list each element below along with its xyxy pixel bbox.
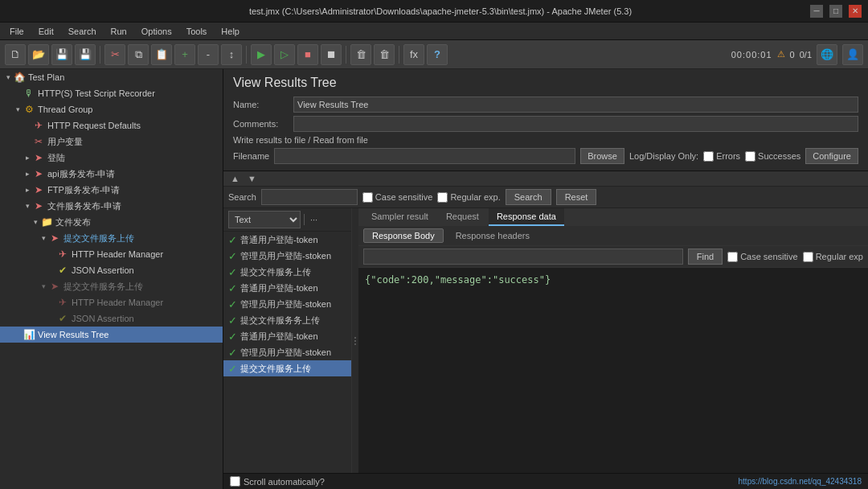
tree-item-file-service[interactable]: ▾ ➤ 文件服务发布-申请 [0,198,223,214]
result-entry-5[interactable]: ✓ 提交文件服务务上传 [223,312,351,328]
menu-search[interactable]: Search [62,25,103,38]
arrow-file-service: ▾ [23,200,32,212]
open-button[interactable]: 📂 [28,44,49,65]
icon-http-header2: ✈ [56,296,69,309]
tab-sampler-result[interactable]: Sampler result [363,208,436,226]
extra-button[interactable]: 👤 [842,44,863,65]
stop-button[interactable]: ■ [297,44,318,65]
search-button[interactable]: Search [506,189,551,205]
tree-item-json-assert2[interactable]: ✔ JSON Assertion [0,310,223,327]
type-more-btn[interactable]: ··· [308,214,320,225]
menu-run[interactable]: Run [104,25,133,38]
tree-item-http-defaults[interactable]: ✈ HTTP Request Defaults [0,117,223,134]
find-input[interactable] [363,249,683,265]
paste-button[interactable]: 📋 [151,44,172,65]
menu-options[interactable]: Options [135,25,178,38]
expand-button[interactable]: + [174,44,195,65]
case-sensitive2-checkbox[interactable] [727,252,738,262]
result-entry-0[interactable]: ✓ 普通用户登陆-token [223,232,351,248]
result-entry-1[interactable]: ✓ 管理员用户登陆-stoken [223,248,351,264]
search-input[interactable] [261,189,358,205]
clear-button[interactable]: 🗑 [350,44,371,65]
sub-tab-response-body[interactable]: Response Body [363,228,444,243]
vertical-resizer[interactable] [352,208,358,473]
tab-request[interactable]: Request [438,208,487,226]
menu-tools[interactable]: Tools [180,25,214,38]
tree-item-http-header1[interactable]: ✈ HTTP Header Manager [0,246,223,262]
warning-count: 0 [790,50,795,60]
copy-button[interactable]: ⧉ [128,44,149,65]
tree-item-http-header2[interactable]: ✈ HTTP Header Manager [0,294,223,310]
content-panel: View Results Tree Name: Comments: Write … [223,69,868,489]
tree-item-upload1[interactable]: ▾ ➤ 提交文件服务上传 [0,230,223,246]
tree-item-login[interactable]: ▸ ➤ 登陆 [0,150,223,166]
comments-input[interactable] [293,116,858,132]
menu-edit[interactable]: Edit [32,25,60,38]
filename-input[interactable] [274,148,575,164]
errors-checkbox[interactable] [703,151,714,162]
maximize-button[interactable]: □ [829,5,842,18]
configure-button[interactable]: Configure [805,148,858,164]
tree-item-test-plan[interactable]: ▾ 🏠 Test Plan [0,69,223,85]
scroll-auto-checkbox[interactable] [230,476,240,487]
browse-button[interactable]: Browse [580,148,624,164]
menu-help[interactable]: Help [215,25,246,38]
reset-button[interactable]: Reset [556,189,597,205]
arrow-thread-group: ▾ [13,104,23,115]
start-button[interactable]: ▶ [251,44,272,65]
save-all-button[interactable]: 💾 [75,44,96,65]
result-entry-8[interactable]: ✓ 提交文件服务上传 [223,360,351,376]
collapse-button[interactable]: - [198,44,219,65]
cut-button[interactable]: ✂ [104,44,125,65]
menu-file[interactable]: File [3,25,31,38]
tree-item-api-publish[interactable]: ▸ ➤ api服务发布-申请 [0,166,223,182]
remote-button[interactable]: 🌐 [817,44,837,65]
tree-item-json-assert1[interactable]: ✔ JSON Assertion [0,262,223,278]
help-button[interactable]: ? [427,44,448,65]
icon-thread-group: ⚙ [23,103,35,116]
label-ftp-publish: FTP服务发布-申请 [47,184,120,196]
save-button[interactable]: 💾 [51,44,72,65]
result-text-4: 管理员用户登陆-stoken [240,298,331,310]
up-arrow-btn[interactable]: ▲ [228,173,242,184]
label-json-assert1: JSON Assertion [72,265,134,275]
name-input[interactable] [293,97,858,113]
new-button[interactable]: 🗋 [5,44,26,65]
function-helper[interactable]: fx [403,44,424,65]
case-sensitive-checkbox[interactable] [362,192,373,203]
result-entry-6[interactable]: ✓ 普通用户登陆-token [223,328,351,344]
result-entry-2[interactable]: ✓ 提交文件服务上传 [223,264,351,280]
regular-exp-text: Regular exp. [450,192,500,202]
result-entry-3[interactable]: ✓ 普通用户登陆-token [223,280,351,296]
tree-item-file-publish[interactable]: ▾ 📁 文件发布 [0,214,223,230]
arrow-http-recorder [13,88,23,99]
regular-exp2-checkbox[interactable] [803,252,813,262]
label-file-service: 文件服务发布-申请 [47,200,121,212]
minimize-button[interactable]: ─ [810,5,823,18]
tree-item-upload2[interactable]: ▾ ➤ 提交文件服务务上传 [0,278,223,294]
successes-checkbox[interactable] [745,151,755,162]
type-select[interactable]: Text [228,211,301,228]
result-entry-4[interactable]: ✓ 管理员用户登陆-stoken [223,296,351,312]
toggle-button[interactable]: ↕ [221,44,242,65]
tab-response-data[interactable]: Response data [489,208,564,226]
clear-all-button[interactable]: 🗑 [374,44,395,65]
regular-exp-checkbox[interactable] [437,192,448,203]
tree-item-user-vars[interactable]: ✂ 用户变量 [0,134,223,150]
down-arrow-btn[interactable]: ▼ [245,173,259,184]
icon-test-plan: 🏠 [13,71,26,84]
scroll-auto-label: Scroll automatically? [230,476,325,487]
result-entry-7[interactable]: ✓ 管理员用户登陆-stoken [223,344,351,360]
find-button[interactable]: Find [688,249,723,265]
tree-item-thread-group[interactable]: ▾ ⚙ Thread Group [0,101,223,117]
toolbar-separator-2 [246,46,247,64]
close-button[interactable]: ✕ [849,5,862,18]
tree-item-ftp-publish[interactable]: ▸ ➤ FTP服务发布-申请 [0,182,223,198]
icon-http-recorder: 🎙 [23,87,35,100]
tree-item-http-recorder[interactable]: 🎙 HTTP(S) Test Script Recorder [0,85,223,101]
start-no-pauses[interactable]: ▷ [274,44,295,65]
shutdown-button[interactable]: ⏹ [321,44,342,65]
arrow-json-assert2 [47,313,56,324]
sub-tab-response-headers[interactable]: Response headers [447,228,538,243]
tree-item-view-results[interactable]: 📊 View Results Tree [0,327,223,343]
